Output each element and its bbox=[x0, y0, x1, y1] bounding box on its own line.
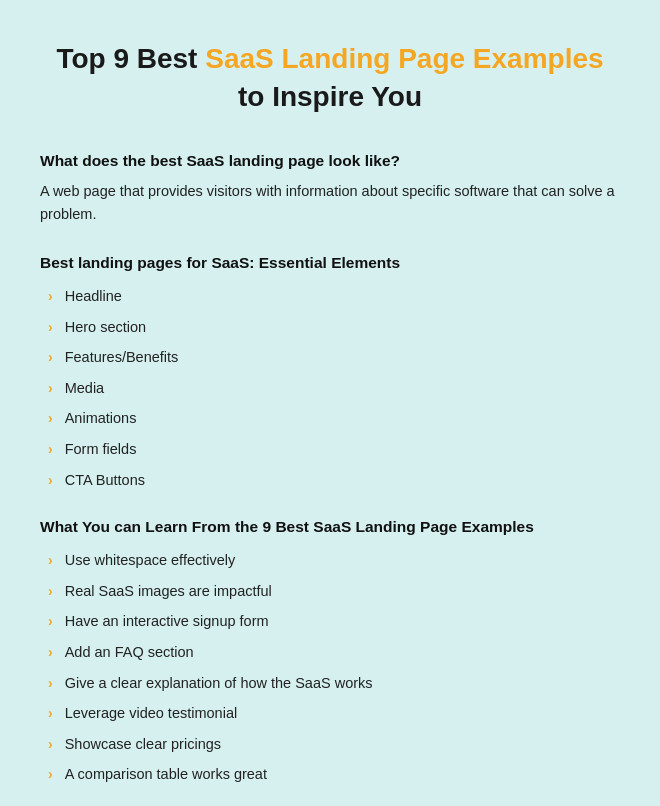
list-arrow-icon: › bbox=[48, 409, 53, 429]
list-item: ›Showcase clear pricings bbox=[48, 734, 620, 755]
list-arrow-icon: › bbox=[48, 471, 53, 491]
list-arrow-icon: › bbox=[48, 643, 53, 663]
title-text-prefix: Top 9 Best bbox=[56, 43, 205, 74]
list-item: ›Real SaaS images are impactful bbox=[48, 581, 620, 602]
section-learn-heading: What You can Learn From the 9 Best SaaS … bbox=[40, 518, 620, 536]
list-item-text: Hero section bbox=[65, 317, 146, 337]
list-arrow-icon: › bbox=[48, 348, 53, 368]
list-item: ›Headline bbox=[48, 286, 620, 307]
learn-from-list: ›Use whitespace effectively›Real SaaS im… bbox=[48, 550, 620, 785]
list-item: ›Form fields bbox=[48, 439, 620, 460]
list-item-text: Features/Benefits bbox=[65, 347, 179, 367]
list-item-text: Use whitespace effectively bbox=[65, 550, 236, 570]
list-item-text: Leverage video testimonial bbox=[65, 703, 238, 723]
section-learn-from: What You can Learn From the 9 Best SaaS … bbox=[40, 518, 620, 785]
list-item-text: Give a clear explanation of how the SaaS… bbox=[65, 673, 373, 693]
page-title: Top 9 Best SaaS Landing Page Examples to… bbox=[40, 40, 620, 116]
list-item-text: Real SaaS images are impactful bbox=[65, 581, 272, 601]
essential-elements-list: ›Headline›Hero section›Features/Benefits… bbox=[48, 286, 620, 490]
list-arrow-icon: › bbox=[48, 318, 53, 338]
list-item: ›Have an interactive signup form bbox=[48, 611, 620, 632]
list-item-text: Form fields bbox=[65, 439, 137, 459]
list-item: ›Animations bbox=[48, 408, 620, 429]
section-what-is: What does the best SaaS landing page loo… bbox=[40, 152, 620, 226]
list-item-text: A comparison table works great bbox=[65, 764, 267, 784]
list-item: ›Use whitespace effectively bbox=[48, 550, 620, 571]
list-item: ›Media bbox=[48, 378, 620, 399]
list-item-text: Add an FAQ section bbox=[65, 642, 194, 662]
list-arrow-icon: › bbox=[48, 674, 53, 694]
list-item-text: CTA Buttons bbox=[65, 470, 145, 490]
title-highlight: SaaS Landing Page Examples bbox=[205, 43, 603, 74]
title-text-suffix: to Inspire You bbox=[238, 81, 422, 112]
list-item-text: Have an interactive signup form bbox=[65, 611, 269, 631]
list-item: ›Leverage video testimonial bbox=[48, 703, 620, 724]
list-item-text: Headline bbox=[65, 286, 122, 306]
list-arrow-icon: › bbox=[48, 765, 53, 785]
list-arrow-icon: › bbox=[48, 612, 53, 632]
section-essential-elements: Best landing pages for SaaS: Essential E… bbox=[40, 254, 620, 490]
section-what-is-heading: What does the best SaaS landing page loo… bbox=[40, 152, 620, 170]
list-item: ›CTA Buttons bbox=[48, 470, 620, 491]
list-item: ›A comparison table works great bbox=[48, 764, 620, 785]
list-item: ›Give a clear explanation of how the Saa… bbox=[48, 673, 620, 694]
list-arrow-icon: › bbox=[48, 735, 53, 755]
section-what-is-text: A web page that provides visitors with i… bbox=[40, 180, 620, 226]
list-arrow-icon: › bbox=[48, 287, 53, 307]
list-arrow-icon: › bbox=[48, 704, 53, 724]
list-item-text: Showcase clear pricings bbox=[65, 734, 221, 754]
section-essential-heading: Best landing pages for SaaS: Essential E… bbox=[40, 254, 620, 272]
list-arrow-icon: › bbox=[48, 379, 53, 399]
list-arrow-icon: › bbox=[48, 551, 53, 571]
list-item: ›Hero section bbox=[48, 317, 620, 338]
list-arrow-icon: › bbox=[48, 440, 53, 460]
list-item: ›Add an FAQ section bbox=[48, 642, 620, 663]
list-item-text: Media bbox=[65, 378, 105, 398]
list-item: ›Features/Benefits bbox=[48, 347, 620, 368]
list-arrow-icon: › bbox=[48, 582, 53, 602]
list-item-text: Animations bbox=[65, 408, 137, 428]
